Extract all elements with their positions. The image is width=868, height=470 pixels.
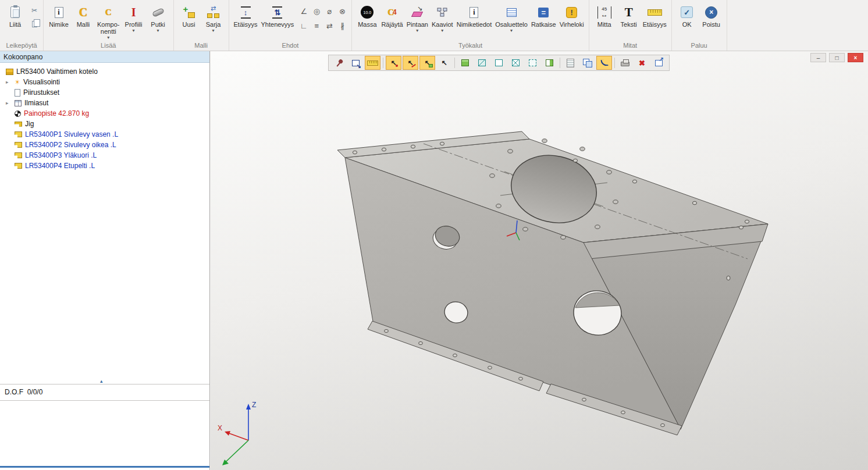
dimension-button[interactable]: 45↔ Mitta	[592, 1, 617, 29]
cut-button[interactable]: ✂	[29, 5, 40, 16]
tree-item-visualization[interactable]: ▸ ☀ Visualisointi	[0, 77, 209, 87]
pin-button[interactable]	[331, 56, 347, 70]
tree-item-part-p3[interactable]: LR53400P3 Yläkuori .L	[0, 150, 209, 161]
section-view-button[interactable]	[542, 56, 557, 70]
constraint-concentric-button[interactable]: ◎	[310, 4, 323, 19]
to-surface-button[interactable]: ↘ Pintaan ▾	[405, 1, 430, 34]
constraint-equal-button[interactable]: ≡	[310, 19, 323, 33]
distance-measure-button[interactable]: Etäisyys	[641, 1, 668, 29]
constraint-grid: ∠ ◎ ⌀ ⊗ ∟ ≡ ⇄ ∦	[297, 4, 348, 33]
pipe-dropdown-icon[interactable]: ▾	[157, 28, 159, 33]
series-dropdown-icon[interactable]: ▾	[212, 28, 215, 33]
mass-button[interactable]: 10.0 Massa	[355, 1, 379, 29]
parts-list-button[interactable]	[563, 56, 578, 70]
diameter-constraint-icon: ⌀	[327, 7, 332, 16]
expand-arrow-icon[interactable]: ▸	[6, 79, 15, 85]
parts-list-ribbon-button[interactable]: Osaluettelo ▾	[493, 1, 529, 34]
tree-item-label: Visualisointi	[23, 78, 60, 86]
tree-item-assembly-root[interactable]: LR53400 Vaihtimen kotelo	[0, 66, 209, 77]
parallel-constraint-icon: ∦	[340, 22, 344, 30]
profile-button[interactable]: I Profiili ▾	[122, 1, 146, 34]
item-data-button[interactable]: i Nimiketiedot	[455, 1, 494, 29]
minimize-button[interactable]: –	[810, 53, 826, 62]
viewport[interactable]: ↘ ↖ ↖ ↖ ↖ ✖ ↗ – □ × Z X	[211, 51, 868, 470]
pin-icon	[333, 57, 345, 69]
print-button[interactable]	[617, 56, 633, 70]
dof-readout: D.O.F 0/0/0	[5, 388, 42, 396]
pop-out-button[interactable]: ↗	[651, 56, 667, 70]
shaded-view-button[interactable]	[457, 56, 473, 70]
pipe-button[interactable]: Putki ▾	[146, 1, 170, 34]
tree-item-jig[interactable]: Jig	[0, 119, 209, 129]
solve-label: Ratkaise	[531, 21, 556, 28]
pick-edge-button[interactable]: ↖	[403, 56, 418, 70]
model-button[interactable]: C Malli	[71, 1, 95, 29]
exit-button[interactable]: × Poistu	[699, 1, 724, 29]
equal-constraint-icon: ≡	[315, 22, 319, 30]
new-button[interactable]: + Uusi	[177, 1, 201, 29]
solve-button[interactable]: = Ratkaise	[529, 1, 558, 29]
constraint-swap-button[interactable]: ⇄	[323, 19, 336, 33]
tree-item-representations[interactable]: ▸ Ilmiasut	[0, 98, 209, 108]
close-button[interactable]: ×	[848, 53, 863, 62]
paste-button[interactable]: Liitä	[3, 1, 27, 29]
wireframe-view-button[interactable]	[508, 56, 524, 70]
copy-view-button[interactable]	[579, 56, 595, 70]
expand-arrow-icon[interactable]: ▸	[6, 100, 15, 106]
profile-dropdown-icon[interactable]: ▾	[133, 28, 135, 33]
splitter-collapse-icon[interactable]: ▴	[100, 378, 103, 384]
pan-view-button[interactable]: ↘	[348, 56, 364, 70]
tree-item-centroid[interactable]: Painopiste 42.870 kg	[0, 108, 209, 119]
to-surface-dropdown-icon[interactable]: ▾	[416, 28, 418, 33]
shaded-edges-view-button[interactable]	[474, 56, 490, 70]
pick-vertex-button[interactable]: ↖	[386, 56, 401, 70]
explode-button[interactable]: C4 Räjäytä	[379, 1, 404, 29]
ok-button[interactable]: ✓ OK	[675, 1, 699, 29]
paste-label: Liitä	[9, 21, 21, 28]
transparent-view-button[interactable]	[525, 56, 540, 70]
coincidence-button[interactable]: ⇅ Yhtenevyys	[259, 1, 296, 29]
ribbon-group-dimensions: 45↔ Mitta T Teksti Etäisyys Mitat	[589, 0, 672, 51]
component-dropdown-icon[interactable]: ▾	[107, 35, 109, 40]
tree-item-part-p1[interactable]: LR53400P1 Sivulevy vasen .L	[0, 129, 209, 140]
tree-item-drawings[interactable]: Piirustukset	[0, 87, 209, 98]
tree-item-part-p4[interactable]: LR53400P4 Etupelti .L	[0, 161, 209, 171]
maximize-button[interactable]: □	[829, 53, 845, 62]
group-label-constraints: Ehdot	[229, 42, 352, 49]
panel-splitter[interactable]: ▴	[0, 384, 209, 384]
distance-constraint-icon: ↕	[241, 6, 251, 19]
constraint-parallel-button[interactable]: ∦	[336, 19, 348, 33]
panel-bottom-bar	[0, 466, 209, 468]
coincidence-icon: ⇅	[272, 6, 282, 19]
item-button[interactable]: i Nimike	[47, 1, 71, 29]
series-button[interactable]: ⇄ Sarja ▾	[201, 1, 226, 34]
tree-item-label: LR53400P2 Sivulevy oikea .L	[25, 141, 116, 149]
pan-icon: ↘	[352, 60, 360, 66]
pick-part-button[interactable]: ↖	[436, 56, 452, 70]
delete-button[interactable]: ✖	[634, 56, 650, 70]
model-canvas[interactable]	[211, 51, 868, 470]
text-button[interactable]: T Teksti	[617, 1, 641, 29]
tree-item-part-p2[interactable]: LR53400P2 Sivulevy oikea .L	[0, 140, 209, 150]
hidden-lines-view-button[interactable]	[491, 56, 507, 70]
parts-list-dropdown-icon[interactable]: ▾	[510, 28, 513, 33]
world-triad: Z X	[214, 394, 284, 470]
item-page-icon: i	[55, 7, 63, 18]
diagrams-dropdown-icon[interactable]: ▾	[441, 28, 443, 33]
tangent-constraint-icon: ⊗	[339, 7, 346, 16]
constraint-tangent-button[interactable]: ⊗	[336, 4, 348, 19]
pick-face-button[interactable]: ↖	[419, 56, 435, 70]
constraint-diameter-button[interactable]: ⌀	[323, 4, 336, 19]
spline-button[interactable]	[596, 56, 612, 70]
profile-label: Profiili	[125, 21, 143, 28]
component-button[interactable]: C Kompo- nentti ▾	[95, 1, 122, 41]
error-log-button[interactable]: ! Virheloki	[558, 1, 586, 29]
ribbon-group-tools: 10.0 Massa C4 Räjäytä ↘ Pintaan ▾ Kaavio…	[352, 0, 589, 51]
copy-button[interactable]	[29, 19, 40, 29]
constraint-perpendicular-button[interactable]: ∟	[297, 19, 310, 33]
diagrams-button[interactable]: Kaaviot ▾	[430, 1, 455, 34]
measure-button[interactable]	[365, 56, 380, 70]
model-profile-icon: C	[79, 6, 87, 18]
constraint-angle-button[interactable]: ∠	[297, 4, 310, 19]
distance-constraint-button[interactable]: ↕ Etäisyys	[232, 1, 259, 29]
